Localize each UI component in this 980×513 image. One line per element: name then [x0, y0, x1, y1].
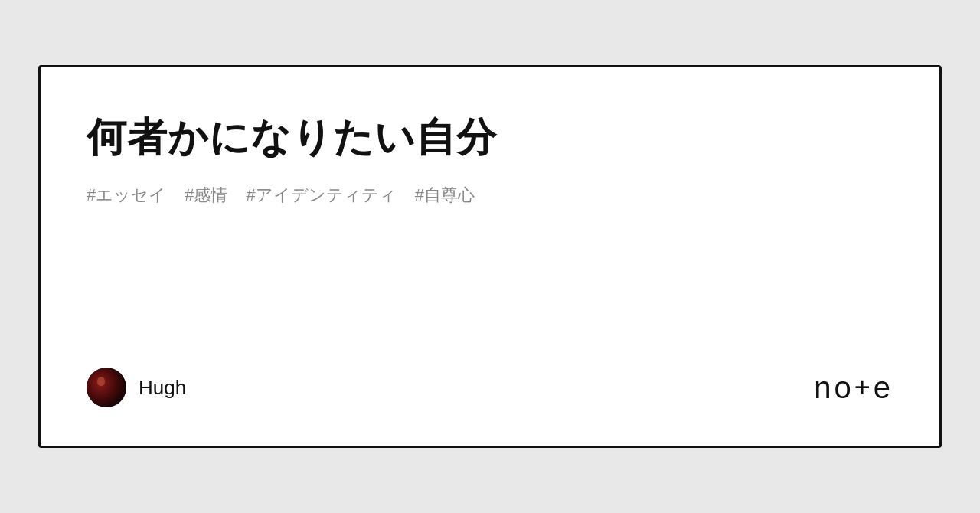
card-footer: Hugh no+e	[87, 368, 893, 407]
tag-1[interactable]: #エッセイ	[87, 184, 166, 207]
card-top: 何者かになりたい自分 #エッセイ #感情 #アイデンティティ #自尊心	[87, 113, 893, 322]
article-title: 何者かになりたい自分	[87, 113, 893, 161]
tag-2[interactable]: #感情	[185, 184, 227, 207]
avatar-image	[87, 368, 126, 407]
author-name: Hugh	[139, 376, 186, 400]
avatar	[87, 368, 126, 407]
tag-4[interactable]: #自尊心	[415, 184, 475, 207]
tag-3[interactable]: #アイデンティティ	[247, 184, 397, 207]
article-card: 何者かになりたい自分 #エッセイ #感情 #アイデンティティ #自尊心 Hugh…	[38, 65, 942, 448]
note-logo[interactable]: no+e	[814, 371, 893, 405]
tags-container: #エッセイ #感情 #アイデンティティ #自尊心	[87, 184, 893, 207]
author-info[interactable]: Hugh	[87, 368, 186, 407]
note-logo-text: no+e	[814, 371, 893, 405]
